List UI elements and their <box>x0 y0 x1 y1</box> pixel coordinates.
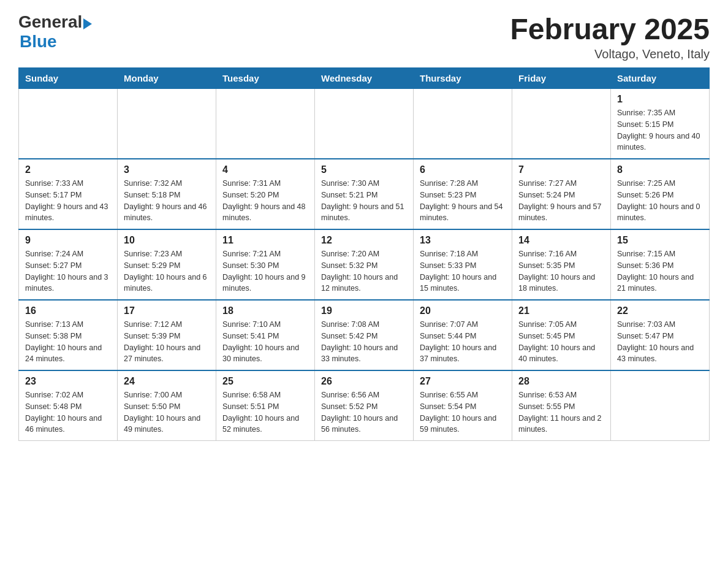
week-row-4: 16Sunrise: 7:13 AMSunset: 5:38 PMDayligh… <box>19 300 710 370</box>
week-row-3: 9Sunrise: 7:24 AMSunset: 5:27 PMDaylight… <box>19 229 710 300</box>
day-info: Sunrise: 7:00 AMSunset: 5:50 PMDaylight:… <box>124 389 210 435</box>
day-number: 6 <box>420 164 506 175</box>
calendar-cell: 24Sunrise: 7:00 AMSunset: 5:50 PMDayligh… <box>118 370 216 441</box>
logo-blue-text: Blue <box>20 32 57 51</box>
day-number: 21 <box>518 305 604 316</box>
calendar-cell <box>315 89 414 159</box>
day-number: 22 <box>617 305 703 316</box>
day-number: 11 <box>222 235 308 246</box>
day-number: 19 <box>321 305 407 316</box>
day-number: 13 <box>420 235 506 246</box>
day-info: Sunrise: 7:02 AMSunset: 5:48 PMDaylight:… <box>25 389 111 435</box>
calendar-cell <box>216 89 315 159</box>
day-info: Sunrise: 7:21 AMSunset: 5:30 PMDaylight:… <box>222 248 308 294</box>
calendar-cell: 20Sunrise: 7:07 AMSunset: 5:44 PMDayligh… <box>414 300 512 370</box>
calendar-cell: 10Sunrise: 7:23 AMSunset: 5:29 PMDayligh… <box>118 229 216 300</box>
day-info: Sunrise: 7:28 AMSunset: 5:23 PMDaylight:… <box>420 178 506 224</box>
week-row-1: 1Sunrise: 7:35 AMSunset: 5:15 PMDaylight… <box>19 89 710 159</box>
day-info: Sunrise: 7:23 AMSunset: 5:29 PMDaylight:… <box>124 248 210 294</box>
weekday-header-row: Sunday Monday Tuesday Wednesday Thursday… <box>19 68 710 89</box>
day-info: Sunrise: 7:31 AMSunset: 5:20 PMDaylight:… <box>222 178 308 224</box>
day-info: Sunrise: 6:56 AMSunset: 5:52 PMDaylight:… <box>321 389 407 435</box>
day-info: Sunrise: 7:08 AMSunset: 5:42 PMDaylight:… <box>321 319 407 365</box>
week-row-2: 2Sunrise: 7:33 AMSunset: 5:17 PMDaylight… <box>19 159 710 229</box>
day-info: Sunrise: 7:05 AMSunset: 5:45 PMDaylight:… <box>518 319 604 365</box>
day-info: Sunrise: 7:03 AMSunset: 5:47 PMDaylight:… <box>617 319 703 365</box>
day-number: 20 <box>420 305 506 316</box>
day-number: 18 <box>222 305 308 316</box>
header-friday: Friday <box>512 68 611 89</box>
header-wednesday: Wednesday <box>315 68 414 89</box>
day-number: 28 <box>518 376 604 387</box>
day-info: Sunrise: 6:58 AMSunset: 5:51 PMDaylight:… <box>222 389 308 435</box>
calendar-cell <box>19 89 118 159</box>
month-title: February 2025 <box>510 12 710 46</box>
calendar-cell: 19Sunrise: 7:08 AMSunset: 5:42 PMDayligh… <box>315 300 414 370</box>
header-tuesday: Tuesday <box>216 68 315 89</box>
day-info: Sunrise: 7:13 AMSunset: 5:38 PMDaylight:… <box>25 319 111 365</box>
calendar-cell: 5Sunrise: 7:30 AMSunset: 5:21 PMDaylight… <box>315 159 414 229</box>
day-number: 16 <box>25 305 111 316</box>
calendar-cell: 21Sunrise: 7:05 AMSunset: 5:45 PMDayligh… <box>512 300 611 370</box>
day-number: 25 <box>222 376 308 387</box>
day-info: Sunrise: 6:53 AMSunset: 5:55 PMDaylight:… <box>518 389 604 435</box>
day-number: 9 <box>25 235 111 246</box>
calendar-cell: 17Sunrise: 7:12 AMSunset: 5:39 PMDayligh… <box>118 300 216 370</box>
logo-arrow-icon <box>83 18 92 29</box>
logo-general-text: General <box>18 12 82 32</box>
day-number: 14 <box>518 235 604 246</box>
day-info: Sunrise: 7:18 AMSunset: 5:33 PMDaylight:… <box>420 248 506 294</box>
calendar-cell: 7Sunrise: 7:27 AMSunset: 5:24 PMDaylight… <box>512 159 611 229</box>
header-monday: Monday <box>118 68 216 89</box>
calendar-cell <box>611 370 710 441</box>
day-info: Sunrise: 7:16 AMSunset: 5:35 PMDaylight:… <box>518 248 604 294</box>
calendar-cell <box>414 89 512 159</box>
calendar-cell: 27Sunrise: 6:55 AMSunset: 5:54 PMDayligh… <box>414 370 512 441</box>
calendar-table: Sunday Monday Tuesday Wednesday Thursday… <box>18 67 710 441</box>
page-header: General Blue February 2025 Voltago, Vene… <box>18 12 710 61</box>
day-number: 26 <box>321 376 407 387</box>
day-number: 2 <box>25 164 111 175</box>
logo: General Blue <box>18 12 92 52</box>
calendar-cell: 14Sunrise: 7:16 AMSunset: 5:35 PMDayligh… <box>512 229 611 300</box>
calendar-cell: 9Sunrise: 7:24 AMSunset: 5:27 PMDaylight… <box>19 229 118 300</box>
location-text: Voltago, Veneto, Italy <box>510 47 710 61</box>
day-number: 3 <box>124 164 210 175</box>
calendar-cell: 23Sunrise: 7:02 AMSunset: 5:48 PMDayligh… <box>19 370 118 441</box>
day-info: Sunrise: 7:24 AMSunset: 5:27 PMDaylight:… <box>25 248 111 294</box>
calendar-cell: 11Sunrise: 7:21 AMSunset: 5:30 PMDayligh… <box>216 229 315 300</box>
day-number: 10 <box>124 235 210 246</box>
calendar-cell: 28Sunrise: 6:53 AMSunset: 5:55 PMDayligh… <box>512 370 611 441</box>
day-number: 4 <box>222 164 308 175</box>
day-info: Sunrise: 7:35 AMSunset: 5:15 PMDaylight:… <box>617 107 703 153</box>
day-number: 5 <box>321 164 407 175</box>
week-row-5: 23Sunrise: 7:02 AMSunset: 5:48 PMDayligh… <box>19 370 710 441</box>
day-number: 15 <box>617 235 703 246</box>
day-info: Sunrise: 6:55 AMSunset: 5:54 PMDaylight:… <box>420 389 506 435</box>
calendar-cell: 8Sunrise: 7:25 AMSunset: 5:26 PMDaylight… <box>611 159 710 229</box>
day-info: Sunrise: 7:32 AMSunset: 5:18 PMDaylight:… <box>124 178 210 224</box>
calendar-cell: 4Sunrise: 7:31 AMSunset: 5:20 PMDaylight… <box>216 159 315 229</box>
day-number: 1 <box>617 94 703 105</box>
day-number: 27 <box>420 376 506 387</box>
calendar-cell: 13Sunrise: 7:18 AMSunset: 5:33 PMDayligh… <box>414 229 512 300</box>
header-thursday: Thursday <box>414 68 512 89</box>
day-info: Sunrise: 7:10 AMSunset: 5:41 PMDaylight:… <box>222 319 308 365</box>
calendar-cell: 6Sunrise: 7:28 AMSunset: 5:23 PMDaylight… <box>414 159 512 229</box>
day-number: 23 <box>25 376 111 387</box>
day-info: Sunrise: 7:27 AMSunset: 5:24 PMDaylight:… <box>518 178 604 224</box>
calendar-cell: 26Sunrise: 6:56 AMSunset: 5:52 PMDayligh… <box>315 370 414 441</box>
day-number: 24 <box>124 376 210 387</box>
calendar-cell: 25Sunrise: 6:58 AMSunset: 5:51 PMDayligh… <box>216 370 315 441</box>
day-number: 12 <box>321 235 407 246</box>
day-info: Sunrise: 7:20 AMSunset: 5:32 PMDaylight:… <box>321 248 407 294</box>
calendar-cell <box>512 89 611 159</box>
day-info: Sunrise: 7:25 AMSunset: 5:26 PMDaylight:… <box>617 178 703 224</box>
day-info: Sunrise: 7:12 AMSunset: 5:39 PMDaylight:… <box>124 319 210 365</box>
day-number: 8 <box>617 164 703 175</box>
day-info: Sunrise: 7:33 AMSunset: 5:17 PMDaylight:… <box>25 178 111 224</box>
day-info: Sunrise: 7:15 AMSunset: 5:36 PMDaylight:… <box>617 248 703 294</box>
calendar-cell: 12Sunrise: 7:20 AMSunset: 5:32 PMDayligh… <box>315 229 414 300</box>
calendar-cell: 16Sunrise: 7:13 AMSunset: 5:38 PMDayligh… <box>19 300 118 370</box>
day-info: Sunrise: 7:30 AMSunset: 5:21 PMDaylight:… <box>321 178 407 224</box>
